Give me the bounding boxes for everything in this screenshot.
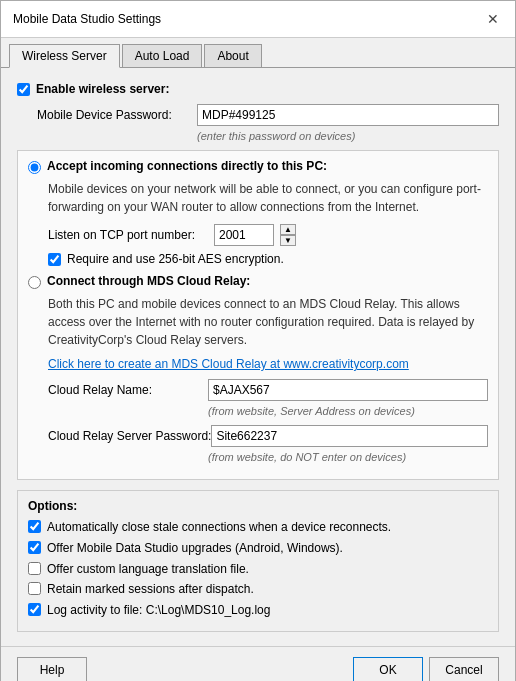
connection-options-section: Accept incoming connections directly to …: [17, 150, 499, 480]
relay-name-label: Cloud Relay Name:: [48, 383, 208, 397]
option-row-3: Retain marked sessions after dispatch.: [28, 581, 488, 598]
port-input[interactable]: [214, 224, 274, 246]
tab-wireless-server[interactable]: Wireless Server: [9, 44, 120, 68]
options-group: Options: Automatically close stale conne…: [17, 490, 499, 632]
direct-description: Mobile devices on your network will be a…: [48, 180, 488, 216]
option-label-1: Offer Mobile Data Studio upgrades (Andro…: [47, 540, 343, 557]
options-title: Options:: [28, 499, 488, 513]
relay-password-input[interactable]: [211, 425, 488, 447]
tab-about[interactable]: About: [204, 44, 261, 68]
option-checkbox-1[interactable]: [28, 541, 41, 554]
port-spinner: ▲ ▼: [280, 224, 296, 246]
port-row: Listen on TCP port number: ▲ ▼: [48, 224, 488, 246]
title-bar: Mobile Data Studio Settings ✕: [1, 1, 515, 38]
direct-radio[interactable]: [28, 161, 41, 174]
tab-auto-load[interactable]: Auto Load: [122, 44, 203, 68]
enable-wireless-label: Enable wireless server:: [36, 82, 169, 96]
encrypt-checkbox[interactable]: [48, 253, 61, 266]
relay-password-hint: (from website, do NOT enter on devices): [28, 451, 488, 463]
help-button[interactable]: Help: [17, 657, 87, 681]
close-button[interactable]: ✕: [483, 9, 503, 29]
relay-radio-row: Connect through MDS Cloud Relay:: [28, 274, 488, 289]
relay-name-row: Cloud Relay Name:: [28, 379, 488, 401]
direct-radio-row: Accept incoming connections directly to …: [28, 159, 488, 174]
relay-link[interactable]: Click here to create an MDS Cloud Relay …: [48, 357, 488, 371]
option-checkbox-0[interactable]: [28, 520, 41, 533]
enable-wireless-row: Enable wireless server:: [17, 82, 499, 96]
ok-cancel-group: OK Cancel: [353, 657, 499, 681]
password-label: Mobile Device Password:: [37, 108, 197, 122]
option-row-2: Offer custom language translation file.: [28, 561, 488, 578]
option-label-2: Offer custom language translation file.: [47, 561, 249, 578]
relay-name-input[interactable]: [208, 379, 488, 401]
dialog-title: Mobile Data Studio Settings: [13, 12, 161, 26]
relay-description: Both this PC and mobile devices connect …: [48, 295, 488, 349]
enable-wireless-checkbox[interactable]: [17, 83, 30, 96]
encrypt-label: Require and use 256-bit AES encryption.: [67, 252, 284, 266]
port-decrement[interactable]: ▼: [280, 235, 296, 246]
password-field-row: Mobile Device Password:: [17, 104, 499, 126]
option-checkbox-3[interactable]: [28, 582, 41, 595]
direct-radio-label: Accept incoming connections directly to …: [47, 159, 327, 173]
option-row-0: Automatically close stale connections wh…: [28, 519, 488, 536]
tab-bar: Wireless Server Auto Load About: [1, 38, 515, 68]
relay-password-label: Cloud Relay Server Password:: [48, 429, 211, 443]
footer: Help OK Cancel: [1, 646, 515, 681]
password-input[interactable]: [197, 104, 499, 126]
ok-button[interactable]: OK: [353, 657, 423, 681]
relay-radio[interactable]: [28, 276, 41, 289]
encrypt-row: Require and use 256-bit AES encryption.: [48, 252, 488, 266]
port-label: Listen on TCP port number:: [48, 228, 208, 242]
option-row-1: Offer Mobile Data Studio upgrades (Andro…: [28, 540, 488, 557]
relay-name-hint: (from website, Server Address on devices…: [28, 405, 488, 417]
cancel-button[interactable]: Cancel: [429, 657, 499, 681]
dialog: Mobile Data Studio Settings ✕ Wireless S…: [0, 0, 516, 681]
option-checkbox-2[interactable]: [28, 562, 41, 575]
relay-password-row: Cloud Relay Server Password:: [28, 425, 488, 447]
option-label-4: Log activity to file: C:\Log\MDS10_Log.l…: [47, 602, 270, 619]
option-row-4: Log activity to file: C:\Log\MDS10_Log.l…: [28, 602, 488, 619]
port-increment[interactable]: ▲: [280, 224, 296, 235]
password-hint: (enter this password on devices): [17, 130, 499, 142]
content-area: Enable wireless server: Mobile Device Pa…: [1, 68, 515, 646]
option-label-0: Automatically close stale connections wh…: [47, 519, 391, 536]
option-label-3: Retain marked sessions after dispatch.: [47, 581, 254, 598]
relay-radio-label: Connect through MDS Cloud Relay:: [47, 274, 250, 288]
option-checkbox-4[interactable]: [28, 603, 41, 616]
